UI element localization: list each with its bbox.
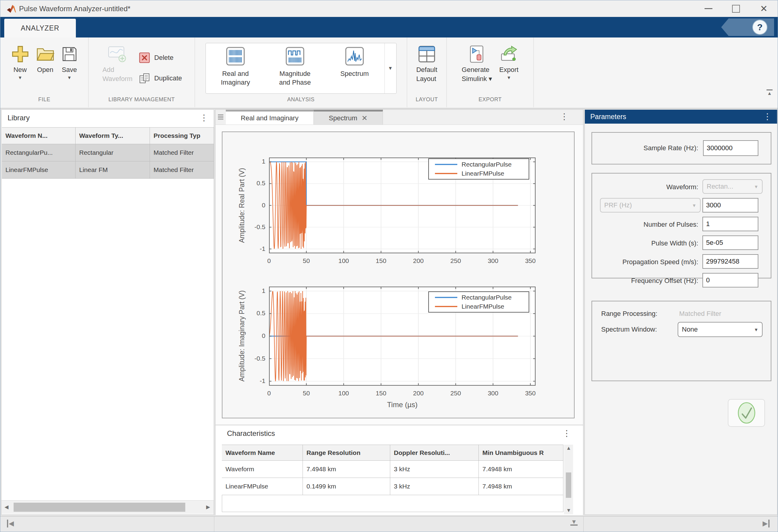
table-header-row: Waveform NameRange ResolutionDoppler Res… bbox=[222, 445, 563, 461]
scroll-right-icon[interactable]: ▶ bbox=[206, 504, 210, 510]
generate-simulink-label: Simulink ▾ bbox=[462, 74, 492, 83]
chevron-down-icon: ▼ bbox=[67, 76, 72, 80]
default-layout-button[interactable]: DefaultLayout bbox=[413, 43, 440, 85]
characteristics-menu-icon[interactable]: ⋮ bbox=[562, 428, 571, 438]
x-tick-label: 0 bbox=[258, 390, 280, 397]
add-waveform-button: AddWaveform bbox=[99, 43, 135, 85]
characteristics-vertical-scrollbar[interactable]: ▲ ▼ bbox=[564, 445, 573, 514]
sample-rate-label: Sample Rate (Hz): bbox=[643, 144, 698, 152]
plot-real-legend[interactable]: RectangularPulseLinearFMPulse bbox=[428, 158, 529, 179]
delete-button[interactable]: Delete bbox=[137, 51, 184, 64]
scroll-down-icon[interactable]: ▼ bbox=[566, 508, 571, 514]
prf-dropdown[interactable]: PRF (Hz)▼ bbox=[600, 198, 701, 213]
parameters-menu-icon[interactable]: ⋮ bbox=[763, 111, 772, 122]
matlab-logo-icon bbox=[6, 4, 16, 13]
plot-imaginary-legend[interactable]: RectangularPulseLinearFMPulse bbox=[428, 291, 529, 313]
ribbon-tab-strip: ANALYZER ? bbox=[0, 17, 778, 37]
legend-line-sample bbox=[435, 297, 457, 298]
y-tick-label: 0 bbox=[247, 202, 265, 209]
collapse-ribbon-button[interactable]: ▲ bbox=[765, 89, 774, 100]
y-tick-label: 0.5 bbox=[247, 310, 265, 317]
table-row[interactable]: LinearFMPulse0.1499 km3 kHz7.4948 km bbox=[222, 478, 563, 495]
new-button[interactable]: New▼ bbox=[8, 43, 32, 81]
ribbon-group-label: ANALYSIS bbox=[195, 96, 407, 107]
table-cell: 0.1499 km bbox=[303, 478, 390, 495]
library-menu-icon[interactable]: ⋮ bbox=[200, 113, 208, 123]
legend-entry: LinearFMPulse bbox=[462, 170, 504, 177]
ribbon-group-label: LIBRARY MANAGEMENT bbox=[89, 96, 194, 107]
column-header: Range Resolution bbox=[303, 445, 390, 461]
pulse-width-input[interactable]: 5e-05 bbox=[702, 235, 758, 250]
viewer-menu-icon[interactable]: ⋮ bbox=[560, 111, 568, 122]
generate-simulink-icon bbox=[468, 44, 486, 64]
parameters-title: Parameters bbox=[585, 113, 626, 121]
sample-rate-input[interactable]: 3000000 bbox=[703, 140, 758, 156]
table-row[interactable]: LinearFMPulseLinear FMMatched Filter bbox=[2, 161, 214, 179]
spectrum-icon bbox=[345, 47, 364, 67]
generate-simulink-label: Generate bbox=[462, 65, 492, 74]
apply-button[interactable] bbox=[728, 399, 765, 427]
duplicate-icon bbox=[139, 73, 151, 84]
real-and-imaginary-button[interactable]: Real andImaginary bbox=[206, 43, 265, 93]
tab-analyzer[interactable]: ANALYZER bbox=[4, 19, 76, 37]
waveform-dropdown[interactable]: Rectan...▼ bbox=[702, 179, 763, 194]
add-waveform-label: Add bbox=[102, 65, 132, 74]
scroll-left-icon[interactable]: ◀ bbox=[5, 504, 8, 510]
generate-simulink-button[interactable]: GenerateSimulink ▾ bbox=[459, 43, 495, 85]
x-tick-label: 100 bbox=[333, 257, 354, 264]
table-cell: Linear FM bbox=[76, 161, 150, 179]
library-horizontal-scrollbar[interactable]: ◀ ▶ bbox=[2, 500, 214, 514]
library-panel-title: Library bbox=[8, 113, 29, 122]
viewer-tab-real-and-imaginary[interactable]: Real and Imaginary bbox=[226, 110, 313, 125]
window-title: Pulse Waveform Analyzer-untitled* bbox=[19, 5, 131, 13]
scrollbar-thumb[interactable] bbox=[566, 472, 571, 498]
spectrum-button[interactable]: Spectrum bbox=[325, 43, 384, 93]
plot-real-ylabel: Amplitude: Real Part (V) bbox=[238, 154, 246, 257]
prf-input[interactable]: 3000 bbox=[702, 198, 758, 213]
tab-close-icon[interactable]: ✕ bbox=[362, 115, 368, 122]
y-tick-label: -1 bbox=[247, 377, 265, 384]
x-tick-label: 300 bbox=[482, 257, 503, 264]
frequency-offset-label: Frequency Offset (Hz): bbox=[631, 277, 698, 285]
drag-handle-icon[interactable] bbox=[218, 113, 223, 120]
x-tick-label: 200 bbox=[408, 390, 429, 397]
collapse-left-icon[interactable]: ◀ bbox=[7, 520, 14, 527]
minimize-button[interactable] bbox=[696, 0, 720, 17]
viewer-panel: ⋮ Real and ImaginarySpectrum✕ 0501001502… bbox=[215, 109, 584, 515]
maximize-button[interactable] bbox=[724, 0, 748, 17]
save-button[interactable]: Save▼ bbox=[59, 43, 80, 81]
analysis-gallery: Real andImaginaryMagnitudeand PhaseSpect… bbox=[206, 43, 397, 94]
x-tick-label: 0 bbox=[258, 257, 280, 264]
column-header: Waveform Name bbox=[222, 445, 303, 461]
library-panel: Library ⋮ Waveform N...Waveform Ty...Pro… bbox=[1, 109, 214, 515]
ribbon-group-export: GenerateSimulink ▾Export▼EXPORT bbox=[447, 37, 534, 107]
collapse-up-icon: ▲ bbox=[767, 91, 772, 95]
scroll-up-icon[interactable]: ▲ bbox=[566, 445, 571, 451]
table-row[interactable]: RectangularPu...RectangularMatched Filte… bbox=[2, 144, 214, 161]
scrollbar-thumb[interactable] bbox=[14, 503, 185, 512]
open-folder-icon bbox=[36, 44, 55, 64]
spectrum-window-dropdown[interactable]: None▼ bbox=[678, 322, 763, 337]
chevron-down-icon: ▼ bbox=[507, 76, 511, 80]
chevron-down-icon: ▼ bbox=[692, 203, 696, 208]
legend-entry: LinearFMPulse bbox=[462, 303, 504, 310]
table-row[interactable]: Waveform7.4948 km3 kHz7.4948 km bbox=[222, 461, 563, 478]
magnitude-and-phase-button[interactable]: Magnitudeand Phase bbox=[265, 43, 325, 93]
gallery-dropdown-icon[interactable]: ▼ bbox=[384, 43, 396, 93]
duplicate-button[interactable]: Duplicate bbox=[137, 72, 184, 85]
tab-label: Spectrum bbox=[329, 114, 357, 122]
add-waveform-icon bbox=[108, 44, 127, 64]
export-button[interactable]: Export▼ bbox=[496, 43, 522, 81]
pulse-width-label: Pulse Width (s): bbox=[651, 239, 698, 247]
x-tick-label: 250 bbox=[445, 390, 466, 397]
collapse-down-icon[interactable]: ▼ bbox=[570, 519, 577, 526]
frequency-offset-input[interactable]: 0 bbox=[702, 273, 758, 288]
number-of-pulses-input[interactable]: 1 bbox=[702, 217, 758, 231]
y-tick-label: 0.5 bbox=[247, 179, 265, 187]
collapse-right-icon[interactable]: ▶ bbox=[763, 520, 770, 527]
propagation-speed-input[interactable]: 299792458 bbox=[702, 254, 758, 269]
open-button[interactable]: Open bbox=[33, 43, 58, 76]
viewer-tab-spectrum[interactable]: Spectrum✕ bbox=[313, 110, 383, 125]
help-icon[interactable]: ? bbox=[752, 20, 767, 35]
close-button[interactable]: ✕ bbox=[752, 0, 776, 17]
